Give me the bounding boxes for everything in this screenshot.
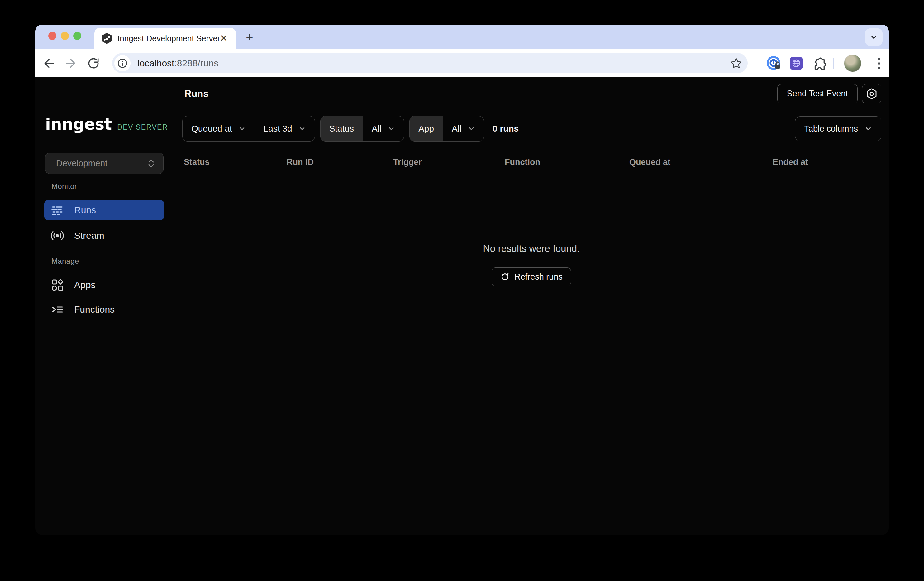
back-icon[interactable] — [41, 56, 56, 70]
tab-strip: Inngest Development Server ✕ + — [35, 25, 889, 49]
empty-state: No results were found. Refresh runs — [174, 177, 889, 535]
logo-wordmark: inngest — [45, 115, 112, 133]
url-path: :8288/runs — [174, 58, 218, 68]
browser-menu-icon[interactable] — [871, 56, 886, 71]
settings-gear-button[interactable] — [862, 84, 881, 103]
functions-icon — [51, 303, 64, 316]
url-text[interactable]: localhost:8288/runs — [137, 58, 729, 69]
help-and-feedback[interactable]: Help and Feedback — [44, 532, 164, 535]
send-test-event-button[interactable]: Send Test Event — [777, 84, 858, 103]
time-field-value: Queued at — [191, 124, 232, 134]
sidebar-item-apps[interactable]: Apps — [44, 275, 164, 295]
status-filter-group: Status All — [320, 116, 404, 142]
column-header-trigger[interactable]: Trigger — [393, 157, 505, 167]
chevron-down-icon — [468, 125, 475, 132]
status-filter-value: All — [372, 124, 381, 134]
filter-bar: Queued at Last 3d Status — [174, 110, 889, 147]
site-info-icon[interactable] — [114, 55, 130, 71]
minimize-window-button[interactable] — [61, 32, 69, 40]
dev-server-badge: DEV SERVER — [117, 123, 168, 132]
chevron-down-icon — [864, 125, 872, 133]
sidebar-item-functions[interactable]: Functions — [44, 300, 164, 319]
runs-table-header: Status Run ID Trigger Function Queued at… — [174, 147, 889, 177]
refresh-icon — [500, 272, 510, 282]
stream-broadcast-icon — [51, 229, 64, 242]
inngest-logo: inngest DEV SERVER — [45, 115, 168, 133]
table-columns-button[interactable]: Table columns — [795, 116, 881, 141]
status-filter-label: Status — [320, 116, 363, 141]
sidebar-item-runs[interactable]: Runs — [44, 200, 164, 220]
refresh-runs-button[interactable]: Refresh runs — [492, 267, 571, 286]
chevron-down-icon — [238, 125, 246, 132]
bookmark-star-icon[interactable] — [729, 57, 742, 70]
chevron-down-icon — [388, 125, 395, 132]
browser-window: Inngest Development Server ✕ + — [35, 25, 889, 535]
section-label-manage: Manage — [51, 257, 79, 266]
page-header: Runs Send Test Event — [174, 77, 889, 110]
column-header-queued-at[interactable]: Queued at — [629, 157, 772, 167]
time-field-dropdown[interactable]: Queued at — [183, 116, 254, 141]
runs-list-icon — [51, 203, 64, 217]
sidebar-item-stream[interactable]: Stream — [44, 226, 164, 246]
window-traffic-lights[interactable] — [48, 32, 81, 40]
sidebar-item-label: Stream — [74, 230, 104, 241]
time-range-value: Last 3d — [264, 124, 292, 134]
page-title: Runs — [185, 88, 209, 99]
url-host: localhost — [137, 58, 174, 68]
column-header-function[interactable]: Function — [505, 157, 629, 167]
sidebar: inngest DEV SERVER Development Monitor — [35, 77, 174, 535]
app-filter-value: All — [452, 124, 461, 134]
runs-count: 0 runs — [493, 124, 519, 134]
apps-grid-icon — [51, 278, 64, 292]
environment-selector[interactable]: Development — [45, 153, 163, 174]
close-window-button[interactable] — [48, 32, 56, 40]
table-columns-label: Table columns — [804, 124, 858, 134]
profile-avatar[interactable] — [844, 55, 861, 72]
environment-selector-value: Development — [56, 158, 107, 168]
column-header-ended-at[interactable]: Ended at — [772, 157, 889, 167]
web-extension-icon[interactable] — [789, 56, 804, 71]
app-filter-group: App All — [409, 116, 484, 142]
sidebar-item-label: Runs — [74, 205, 96, 215]
chevron-down-icon — [299, 125, 306, 132]
new-tab-button[interactable]: + — [243, 31, 256, 43]
inngest-favicon-icon — [101, 32, 112, 45]
app-filter-dropdown[interactable]: All — [443, 116, 484, 141]
updown-chevron-icon — [146, 157, 157, 170]
time-range-dropdown[interactable]: Last 3d — [254, 116, 315, 141]
app-filter-label: App — [410, 116, 443, 141]
empty-state-message: No results were found. — [483, 243, 579, 254]
browser-toolbar: localhost:8288/runs — [35, 49, 889, 77]
zoom-window-button[interactable] — [73, 32, 81, 40]
time-filter-group: Queued at Last 3d — [182, 116, 315, 142]
send-test-event-label: Send Test Event — [787, 89, 848, 98]
status-filter-dropdown[interactable]: All — [363, 116, 404, 141]
inngest-app: inngest DEV SERVER Development Monitor — [35, 77, 889, 535]
password-manager-extension-icon[interactable] — [766, 56, 781, 71]
sidebar-item-label: Apps — [74, 280, 95, 290]
toolbar-divider — [833, 58, 834, 69]
refresh-runs-label: Refresh runs — [514, 272, 563, 282]
column-header-status[interactable]: Status — [184, 157, 287, 167]
forward-icon[interactable] — [64, 56, 78, 70]
sidebar-item-label: Functions — [74, 304, 115, 315]
tab-title: Inngest Development Server — [117, 34, 219, 43]
reload-icon[interactable] — [86, 56, 101, 70]
browser-tab[interactable]: Inngest Development Server ✕ — [94, 28, 236, 49]
column-header-run-id[interactable]: Run ID — [287, 157, 393, 167]
tab-close-icon[interactable]: ✕ — [219, 34, 229, 43]
section-label-monitor: Monitor — [51, 182, 77, 191]
main-content: Runs Send Test Event — [174, 77, 889, 535]
address-bar[interactable]: localhost:8288/runs — [112, 53, 747, 73]
gear-icon — [866, 88, 877, 100]
tab-search-button[interactable] — [865, 28, 883, 46]
extensions-puzzle-icon[interactable] — [812, 56, 827, 71]
chevron-down-icon — [870, 33, 878, 41]
